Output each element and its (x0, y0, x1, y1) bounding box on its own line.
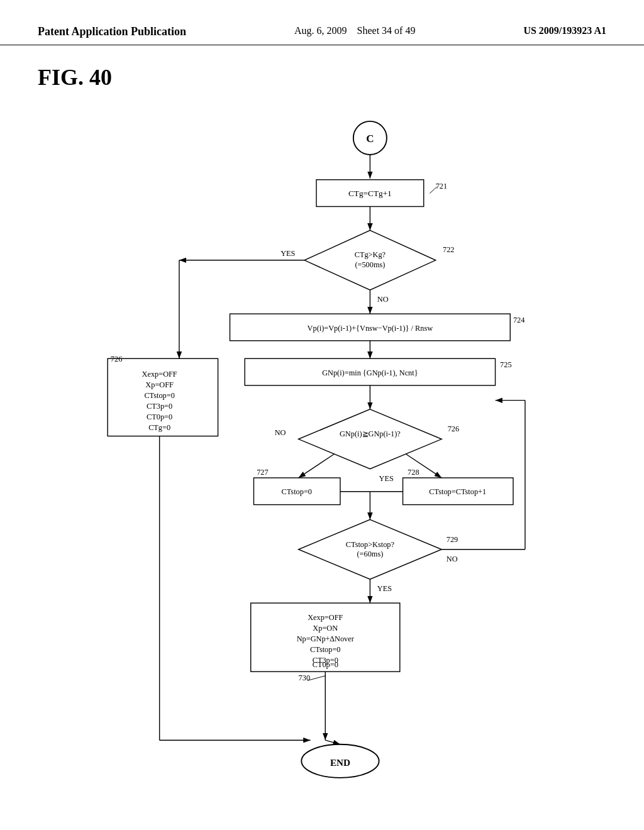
ref-724: 724 (513, 316, 525, 324)
box-721-text: CTg=CTg+1 (348, 189, 392, 198)
left-box-line1: Xexp=OFF (142, 370, 177, 379)
ref-722: 722 (443, 245, 454, 254)
yes-label-722: YES (280, 249, 295, 258)
box-728-text: CTstop=CTstop+1 (429, 487, 486, 496)
page-header: Patent Application Publication Aug. 6, 2… (0, 0, 644, 45)
end-label: END (330, 757, 350, 768)
yes-label-726: YES (379, 474, 394, 483)
left-box-line5: CT0p=0 (147, 412, 172, 421)
ref-721: 721 (436, 182, 447, 191)
ref-729: 729 (447, 535, 458, 544)
flowchart-svg: C CTg=CTg+1 721 CTg>Kg? (=500ms) 722 YES… (38, 108, 619, 800)
box-724-text: Vp(i)=Vp(i-1)+{Vnsw−Vp(i-1)} / Rnsw (308, 324, 433, 333)
publication-date: Aug. 6, 2009 (294, 25, 347, 36)
left-box-line2: Xp=OFF (145, 380, 174, 389)
ref-727: 727 (257, 468, 268, 477)
diamond-726 (299, 409, 442, 469)
left-box-line6: CTg=0 (148, 423, 170, 432)
box-730-line2: Xp=ON (313, 624, 338, 633)
header-date-sheet: Aug. 6, 2009 Sheet 34 of 49 (294, 25, 415, 36)
diamond-729-text2: (=60ms) (357, 550, 383, 558)
c-label: C (366, 133, 374, 145)
sheet-info: Sheet 34 of 49 (357, 25, 416, 36)
ref-725: 725 (500, 361, 511, 370)
ref-726-left: 726 (111, 355, 122, 363)
diamond-722-text1: CTg>Kg? (355, 250, 386, 259)
ref-730-line (308, 676, 325, 681)
arrow-726-no-line (299, 454, 335, 478)
flowchart-container: C CTg=CTg+1 721 CTg>Kg? (=500ms) 722 YES… (38, 108, 619, 800)
left-box-line3: CTstop=0 (144, 391, 174, 400)
left-box-line4: CT3p=0 (147, 402, 172, 411)
box-727-text: CTstop=0 (281, 487, 311, 496)
arrow-join-to-end (325, 740, 340, 744)
box-730-line3: Np=GNp+∆Nover (297, 634, 354, 643)
ref-726: 726 (448, 424, 459, 433)
box-725-text: GNp(i)=min {GNp(i-1), Ncnt} (322, 368, 418, 377)
patent-number: US 2009/193923 A1 (523, 25, 606, 36)
publication-title: Patent Application Publication (38, 25, 186, 38)
ref-728: 728 (408, 468, 419, 477)
no-label-726: NO (275, 428, 286, 437)
yes-label-729: YES (377, 584, 392, 593)
main-content: FIG. 40 C CTg=CTg+1 721 (0, 45, 644, 812)
diamond-722-text2: (=500ms) (355, 260, 385, 269)
box-730-line6: CT0p=0 (313, 660, 338, 669)
no-label-722: NO (377, 295, 389, 304)
box-730-line4: CTstop=0 (310, 645, 340, 654)
figure-title: FIG. 40 (38, 64, 112, 91)
diamond-726-text: GNp(i)≧GNp(i-1)? (340, 430, 401, 439)
no-label-729: NO (447, 555, 458, 563)
box-730-line1: Xexp=OFF (308, 613, 343, 622)
diamond-729-text1: CTstop>Kstop? (346, 540, 394, 549)
ref-730: 730 (299, 673, 310, 682)
